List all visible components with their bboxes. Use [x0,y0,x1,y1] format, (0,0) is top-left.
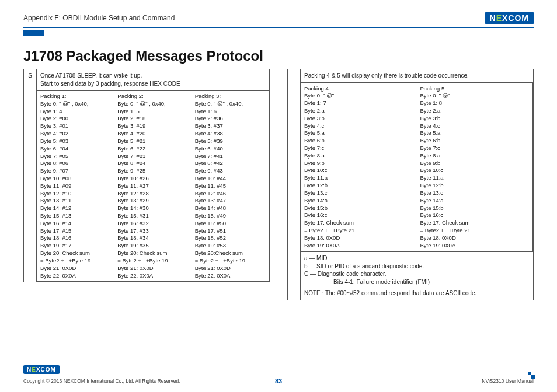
byte-line: = Byte2 + ..+Byte 19 [195,257,266,265]
byte-line: Byte 8:a [304,152,414,160]
byte-line: = Byte2 + ..+Byte 19 [117,257,188,265]
byte-line: Byte 3: #01 [40,123,111,130]
byte-line: Byte 13: #11 [40,197,111,205]
byte-line: Byte 14: #48 [195,205,266,212]
byte-line: Byte 8: #06 [40,160,111,167]
byte-line: Byte 12:b [304,182,414,190]
packing-header: Packing 1: [40,93,111,100]
byte-line: Byte 1: 7 [304,100,414,107]
byte-line: Byte 9: #25 [117,167,188,175]
byte-line: Byte 13:c [304,190,414,197]
byte-line: Byte 8: #42 [195,160,266,167]
header-accent [23,30,44,36]
byte-line: Byte 0: " @" , 0x40; [195,100,266,108]
byte-line: Byte 5:a [420,130,530,137]
legend-line: b — SID or PID of a standard diagnostic … [304,262,530,271]
byte-line: Byte 3: #19 [117,123,188,130]
packing-1: Packing 1: Byte 0: " @" , 0x40;Byte 1: 4… [37,90,114,282]
byte-line: Byte 11:a [304,174,414,182]
byte-line: Byte 1: 4 [40,108,111,116]
byte-line: Byte 15: #31 [117,212,188,220]
byte-line: Byte 16:c [304,212,414,219]
side-label: S [24,69,37,282]
byte-line: Byte 8:a [420,152,530,160]
byte-line: Byte 4:c [420,123,530,130]
byte-line: Byte 12: #46 [195,190,266,198]
byte-line: Byte 18: #34 [117,235,188,242]
byte-line: Byte 0: " @" [420,92,530,100]
packing-container: Packing 4: Byte 0: " @"Byte 1: 7Byte 2:a… [301,82,534,252]
byte-line: Byte 17: #33 [117,228,188,235]
logo-text: N [27,366,32,373]
byte-line: Byte 16: #32 [117,220,188,228]
byte-line: Byte 6: #04 [40,145,111,153]
byte-line: = Byte2 + ..+Byte 21 [304,227,414,235]
byte-line: Byte 6:b [420,137,530,145]
byte-line: Byte 20:Check sum [195,250,266,257]
byte-line: Byte 2:a [304,107,414,115]
byte-line: Byte 8: #24 [117,160,188,167]
byte-line: Byte 22: 0X0A [195,272,266,280]
note-line: Once AT1708 SLEEP, it can wake it up. [40,72,266,80]
byte-line: Byte 10: #26 [117,175,188,183]
packing-header: Packing 2: [117,93,188,100]
byte-line: Byte 17: #15 [40,228,111,235]
byte-line: Byte 19: #17 [40,242,111,250]
page-number: 83 [275,377,282,384]
byte-line: Byte 18: #52 [195,235,266,242]
logo-text: XCOM [502,13,529,23]
byte-line: Byte 15:b [304,205,414,212]
packing-4: Packing 4: Byte 0: " @"Byte 1: 7Byte 2:a… [301,83,417,252]
page-title: J1708 Packaged Messages Protocol [23,48,534,64]
byte-line: Byte 10: #08 [40,175,111,183]
byte-line: Byte 7: #05 [40,153,111,160]
byte-line: Byte 11: #09 [40,183,111,190]
byte-line: Byte 14:a [420,197,530,205]
legend: a — MID b — SID or PID of a standard dia… [301,252,534,300]
appendix-title: Appendix F: OBDII Module Setup and Comma… [23,14,175,22]
byte-line: Byte 14: #30 [117,205,188,212]
packing-container: Packing 1: Byte 0: " @" , 0x40;Byte 1: 4… [37,90,270,282]
byte-line: Byte 13:c [420,190,530,197]
byte-line: Byte 9:b [420,160,530,167]
packing-header: Packing 3: [195,93,266,100]
corner-decoration-icon [529,373,535,379]
byte-line: Byte 18: #16 [40,235,111,242]
byte-line: Byte 18: 0X0D [304,235,414,242]
byte-line: Byte 6: #40 [195,145,266,153]
byte-line: Byte 13: #47 [195,197,266,205]
packing-2: Packing 2: Byte 0: " @" , 0x40;Byte 1: 5… [114,90,192,282]
byte-line: Byte 20: Check sum [40,250,111,257]
byte-line: Byte 15: #49 [195,212,266,220]
byte-line: Byte 11: #45 [195,183,266,190]
packing-5: Packing 5: Byte 0: " @"Byte 1: 8Byte 2:a… [417,83,534,252]
legend-line: a — MID [304,254,530,262]
byte-line: Byte 1: 8 [420,100,530,107]
packing-header: Packing 5: [420,85,530,93]
byte-line: Byte 7:c [304,145,414,152]
byte-line: Byte 1: 6 [195,108,266,116]
byte-line: Byte 4:c [304,123,414,130]
byte-line: Byte 11: #27 [117,183,188,190]
byte-line: Byte 7: #41 [195,153,266,160]
byte-line: Byte 10:c [304,167,414,174]
byte-line: Byte 10: #44 [195,175,266,183]
byte-line: Byte 19: 0X0A [304,242,414,250]
packing-header: Packing 4: [304,85,414,93]
byte-line: Byte 22: 0X0A [117,272,188,280]
byte-line: Byte 11:a [420,174,530,182]
logo-text: E [496,13,502,23]
logo-text: N [490,13,496,23]
byte-line: Byte 2: #18 [117,115,188,123]
manual-name: NViS2310 User Manual [482,378,534,384]
byte-line: Byte 0: " @" , 0x40; [117,100,188,108]
page-header: Appendix F: OBDII Module Setup and Comma… [23,12,534,28]
byte-line: Byte 21: 0X0D [195,265,266,272]
byte-line: Byte 14:a [304,197,414,205]
packing-3: Packing 3: Byte 0: " @" , 0x40;Byte 1: 6… [192,90,269,282]
byte-line: Byte 6: #22 [117,145,188,153]
byte-line: Byte 5:a [304,130,414,137]
right-note: Packing 4 & 5 will display only there is… [301,69,534,83]
legend-line: C — Diagnostic code character. [304,270,530,278]
byte-line: Byte 17: #51 [195,228,266,235]
